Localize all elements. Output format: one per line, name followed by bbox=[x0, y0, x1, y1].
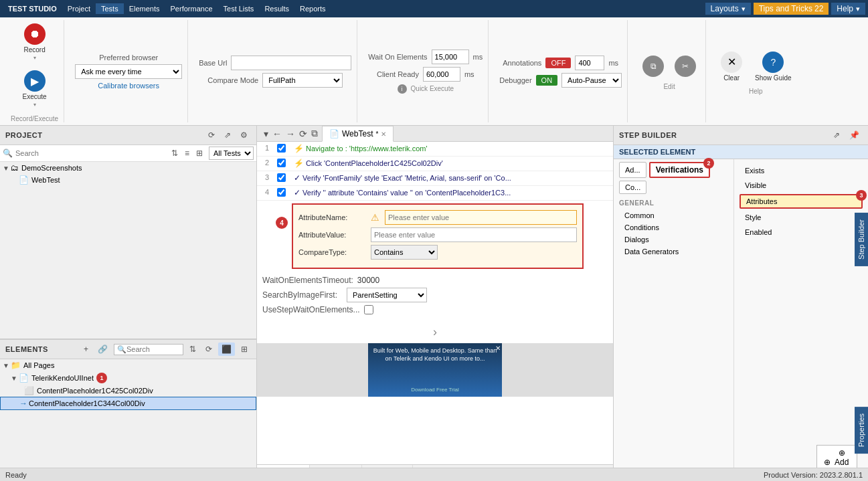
step-check-4[interactable] bbox=[273, 186, 290, 201]
tab-webtest[interactable]: 📄 WebTest * ✕ bbox=[322, 126, 394, 142]
layouts-button[interactable]: Layouts ▾ bbox=[705, 3, 751, 15]
general-dialogs[interactable]: Dialogs bbox=[619, 233, 728, 246]
menu-testlists[interactable]: Test Lists bbox=[218, 3, 260, 14]
step-builder-export-button[interactable]: ⇗ bbox=[830, 128, 843, 142]
project-refresh-button[interactable]: ⟳ bbox=[205, 128, 218, 142]
menu-project[interactable]: Project bbox=[62, 3, 96, 14]
tips-button[interactable]: Tips and Tricks 22 bbox=[754, 3, 829, 15]
tab-close-button[interactable]: ✕ bbox=[381, 130, 386, 138]
general-common[interactable]: Common bbox=[619, 209, 728, 221]
show-guide-button[interactable]: ? Show Guide bbox=[752, 48, 794, 85]
calibrate-browsers-link[interactable]: Calibrate browsers bbox=[98, 82, 159, 90]
project-tree: ▼ 🗂 DemoScreenshots 📄 WebTest bbox=[0, 162, 256, 339]
step-row-4[interactable]: 4 ✓ Verify '' attribute 'Contains' value… bbox=[257, 186, 613, 201]
auto-pause-select[interactable]: Auto-Pause bbox=[561, 73, 622, 88]
step-check-3[interactable] bbox=[273, 171, 290, 186]
tab-nav-copy[interactable]: ⧉ bbox=[310, 128, 319, 139]
expand-nav[interactable]: › bbox=[257, 321, 613, 343]
tree-telerik[interactable]: ▼ 📄 TelerikKendoUIInet 1 bbox=[0, 371, 256, 385]
attr-name-input[interactable] bbox=[385, 210, 577, 225]
tree-allpages[interactable]: ▼ 📁 All Pages bbox=[0, 359, 256, 371]
status-text: Ready bbox=[5, 471, 27, 479]
wait-on-elements-input[interactable] bbox=[432, 50, 469, 64]
wait-ms-label: ms bbox=[473, 53, 483, 61]
tab-nav-forward[interactable]: → bbox=[284, 128, 296, 139]
search-by-select[interactable]: ParentSetting True False bbox=[347, 288, 427, 302]
project-expand-button[interactable]: ⊞ bbox=[193, 147, 206, 160]
tab-nav-back[interactable]: ← bbox=[271, 128, 283, 139]
clear-icon: ✕ bbox=[721, 52, 742, 73]
copy-icon: ⧉ bbox=[642, 56, 664, 77]
step-row-1[interactable]: 1 ⚡ Navigate to : 'https://www.telerik.c… bbox=[257, 142, 613, 157]
elements-refresh-button[interactable]: ⟳ bbox=[202, 343, 215, 356]
right-visible[interactable]: Visible bbox=[740, 179, 863, 191]
right-attributes[interactable]: Attributes bbox=[740, 194, 863, 209]
menu-reports[interactable]: Reports bbox=[294, 3, 331, 14]
right-exists[interactable]: Exists bbox=[740, 165, 863, 177]
step-row-3[interactable]: 3 ✓ Verify 'FontFamily' style 'Exact' 'M… bbox=[257, 171, 613, 186]
menu-elements[interactable]: Elements bbox=[124, 3, 165, 14]
client-ready-ms-label: ms bbox=[464, 70, 474, 78]
tree-webtest[interactable]: 📄 WebTest bbox=[0, 174, 256, 186]
step-builder-pin-button[interactable]: 📌 bbox=[846, 128, 863, 142]
compare-mode-select[interactable]: FullPath bbox=[262, 73, 343, 88]
elements-search-input[interactable] bbox=[126, 345, 180, 353]
telerik-label: TelerikKendoUIInet bbox=[31, 374, 94, 382]
use-step-checkbox[interactable] bbox=[364, 305, 373, 314]
record-button[interactable]: ⏺ Record ▾ bbox=[20, 20, 50, 64]
step-builder-tab[interactable]: Step Builder bbox=[855, 213, 868, 266]
project-filter-select[interactable]: All Tests bbox=[209, 147, 254, 160]
cut-button[interactable]: ✂ bbox=[671, 52, 700, 80]
tree-elem1[interactable]: ⬜ ContentPlaceholder1C425Col02Div bbox=[0, 385, 256, 397]
tree-elem2[interactable]: → ContentPlaceholder1C344Col00Div bbox=[0, 397, 256, 410]
verify-icon: ✓ bbox=[294, 173, 300, 183]
project-sort-button[interactable]: ⇅ bbox=[168, 147, 181, 160]
step-check-1[interactable] bbox=[273, 142, 290, 157]
preview-close-button[interactable]: ✕ bbox=[495, 345, 501, 352]
help-button[interactable]: Help ▾ bbox=[831, 3, 865, 15]
execute-button[interactable]: ▶ Execute ▾ bbox=[19, 67, 50, 111]
base-url-input[interactable] bbox=[231, 56, 351, 70]
show-guide-icon: ? bbox=[762, 52, 784, 73]
elements-add-button[interactable]: + bbox=[80, 343, 92, 356]
annotations-ms-input[interactable] bbox=[575, 56, 604, 70]
attr-value-input[interactable] bbox=[371, 227, 577, 242]
steps-area: 1 ⚡ Navigate to : 'https://www.telerik.c… bbox=[257, 142, 613, 464]
verifications-button[interactable]: Verifications bbox=[649, 162, 710, 178]
annotations-toggle[interactable]: OFF bbox=[545, 58, 571, 68]
debugger-toggle[interactable]: ON bbox=[536, 75, 558, 86]
project-settings-button[interactable]: ⚙ bbox=[237, 128, 251, 142]
step-text-1: ⚡ Navigate to : 'https://www.telerik.com… bbox=[290, 142, 613, 157]
project-export-button[interactable]: ⇗ bbox=[221, 128, 234, 142]
properties-tab[interactable]: Properties bbox=[855, 407, 868, 454]
client-ready-input[interactable] bbox=[423, 67, 460, 82]
step-row-2[interactable]: 2 ⚡ Click 'ContentPlaceholder1C425Col02D… bbox=[257, 157, 613, 171]
menu-performance[interactable]: Performance bbox=[165, 3, 218, 14]
col-button[interactable]: Co... bbox=[619, 181, 646, 194]
quick-execute-label: Quick Execute bbox=[411, 85, 454, 92]
tab-nav-dropdown[interactable]: ▾ bbox=[262, 128, 270, 139]
project-search-input[interactable] bbox=[13, 148, 168, 159]
elements-link-button[interactable]: 🔗 bbox=[94, 343, 111, 356]
elements-highlight-button[interactable]: ⬛ bbox=[218, 343, 235, 356]
menu-results[interactable]: Results bbox=[259, 3, 294, 14]
clear-button[interactable]: ✕ Clear bbox=[717, 48, 746, 85]
compare-type-select[interactable]: Contains Exact StartsWith bbox=[371, 245, 438, 260]
general-conditions[interactable]: Conditions bbox=[619, 221, 728, 233]
add-button[interactable]: Ad... bbox=[619, 162, 646, 178]
right-style[interactable]: Style bbox=[740, 211, 863, 223]
step-check-2[interactable] bbox=[273, 157, 290, 171]
menu-tests[interactable]: Tests bbox=[96, 3, 124, 14]
general-data-generators[interactable]: Data Generators bbox=[619, 246, 728, 258]
general-section: GENERAL Common Conditions Dialogs Data G… bbox=[614, 197, 733, 260]
preferred-browser-select[interactable]: Ask me every time bbox=[75, 64, 182, 79]
quick-execute-info-icon[interactable]: i bbox=[398, 84, 407, 94]
right-enabled[interactable]: Enabled bbox=[740, 226, 863, 238]
annotations-unit-label: ms bbox=[608, 59, 618, 67]
elements-sort-button[interactable]: ⇅ bbox=[186, 343, 199, 356]
tab-nav-refresh[interactable]: ⟳ bbox=[298, 128, 309, 139]
project-collapse-button[interactable]: ≡ bbox=[181, 147, 193, 160]
copy-button[interactable]: ⧉ bbox=[638, 52, 668, 80]
elements-expand-button[interactable]: ⊞ bbox=[238, 343, 251, 356]
tree-demoscreenshots[interactable]: ▼ 🗂 DemoScreenshots bbox=[0, 162, 256, 174]
